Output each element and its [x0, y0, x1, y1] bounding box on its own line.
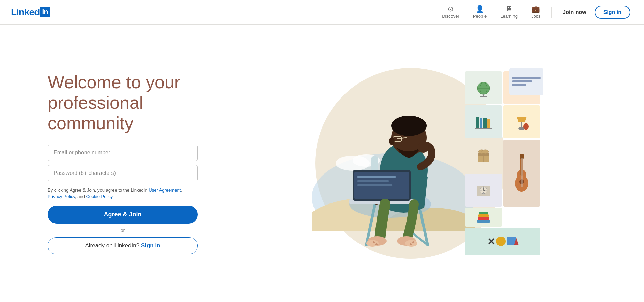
password-field[interactable]	[48, 165, 198, 181]
shelf-grid: ✕	[465, 71, 540, 255]
already-signin-link: Sign in	[141, 242, 160, 249]
left-panel: Welcome to your professional community B…	[48, 72, 225, 254]
svg-point-33	[412, 241, 414, 243]
shelf-globe	[465, 71, 502, 104]
right-panel: ✕	[225, 61, 617, 266]
shelf-books2	[465, 208, 502, 227]
nav-learning-label: Learning	[500, 14, 518, 19]
nav-discover-label: Discover	[442, 14, 459, 19]
nav-item-jobs[interactable]: 💼 Jobs	[526, 3, 546, 21]
svg-point-16	[391, 116, 427, 136]
illustration: ✕	[302, 61, 540, 266]
svg-point-59	[519, 179, 524, 184]
shelf-books	[465, 105, 502, 138]
signup-form: By clicking Agree & Join, you agree to t…	[48, 145, 198, 254]
svg-point-71	[483, 187, 484, 188]
svg-rect-74	[478, 217, 489, 220]
or-divider: or	[48, 228, 198, 233]
svg-point-70	[485, 190, 486, 191]
shelf-clock	[465, 174, 502, 207]
svg-rect-45	[480, 118, 482, 129]
email-field[interactable]	[48, 145, 198, 161]
svg-point-56	[482, 150, 489, 154]
svg-text:✕: ✕	[487, 237, 495, 247]
nav-item-learning[interactable]: 🖥 Learning	[495, 3, 523, 21]
learning-icon: 🖥	[506, 5, 512, 12]
privacy-policy-link[interactable]: Privacy Policy	[48, 194, 75, 199]
svg-point-34	[410, 243, 412, 245]
logo[interactable]: Linked in	[11, 7, 50, 18]
already-signin-button[interactable]: Already on LinkedIn? Sign in	[48, 237, 198, 254]
svg-rect-44	[476, 117, 479, 129]
nav-item-discover[interactable]: ⊙ Discover	[436, 3, 465, 21]
nav-divider	[551, 7, 552, 18]
svg-point-51	[523, 123, 529, 130]
svg-rect-75	[478, 214, 489, 217]
svg-rect-46	[483, 118, 487, 129]
document-card	[509, 68, 543, 95]
shelf-teal-shapes: ✕	[465, 228, 540, 255]
site-header: Linked in ⊙ Discover 👤 People 🖥 Learning…	[0, 0, 644, 25]
join-now-button[interactable]: Join now	[557, 6, 592, 18]
sign-in-button[interactable]: Sign in	[595, 6, 630, 19]
person-svg	[322, 88, 465, 259]
main-content: Welcome to your professional community B…	[0, 25, 644, 302]
svg-point-72	[483, 192, 484, 193]
nav-jobs-label: Jobs	[531, 14, 540, 19]
svg-point-31	[373, 241, 375, 243]
people-icon: 👤	[476, 5, 484, 12]
doc-line-1	[512, 77, 541, 79]
logo-linked-text: Linked	[11, 7, 40, 18]
doc-line-2	[512, 80, 532, 82]
cookie-policy-link[interactable]: Cookie Policy	[86, 194, 112, 199]
headline-line1: Welcome to your	[48, 72, 180, 92]
svg-point-69	[480, 190, 481, 191]
nav-people-label: People	[473, 14, 487, 19]
svg-point-20	[418, 142, 429, 153]
svg-point-78	[496, 237, 506, 246]
user-agreement-link[interactable]: User Agreement	[149, 187, 181, 193]
already-prefix: Already on LinkedIn?	[85, 242, 141, 249]
headline-line2: professional community	[48, 93, 143, 133]
shelf-lamp	[503, 105, 540, 138]
svg-point-30	[405, 240, 417, 247]
jobs-icon: 💼	[532, 5, 540, 12]
svg-rect-39	[480, 96, 487, 97]
agree-join-button[interactable]: Agree & Join	[48, 206, 198, 224]
svg-rect-61	[520, 154, 524, 159]
svg-rect-76	[479, 212, 488, 214]
svg-rect-47	[487, 119, 490, 129]
svg-rect-73	[477, 220, 490, 223]
shelf-box	[465, 140, 502, 172]
shelf-guitar	[503, 140, 540, 207]
doc-line-3	[512, 84, 526, 86]
discover-icon: ⊙	[448, 5, 454, 12]
terms-text: By clicking Agree & Join, you agree to t…	[48, 187, 198, 200]
svg-point-28	[366, 240, 379, 247]
headline: Welcome to your professional community	[48, 72, 225, 133]
logo-in-box: in	[40, 7, 50, 17]
svg-point-19	[389, 137, 395, 145]
svg-point-32	[375, 243, 378, 245]
main-nav: ⊙ Discover 👤 People 🖥 Learning 💼 Jobs Jo…	[436, 3, 630, 21]
nav-item-people[interactable]: 👤 People	[467, 3, 492, 21]
or-label: or	[121, 228, 125, 233]
